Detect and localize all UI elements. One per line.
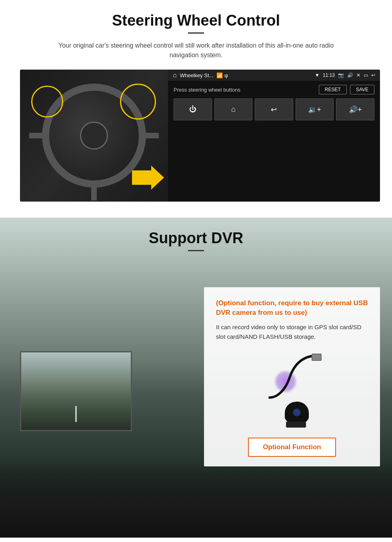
- optional-note-text: (Optional function, require to buy exter…: [216, 298, 368, 318]
- cable-svg: [262, 354, 326, 402]
- yellow-arrow: [132, 166, 164, 190]
- highlight-circle-left: [31, 86, 63, 118]
- signal-icons: 📶 ψ: [216, 72, 228, 78]
- power-icon: ⏻: [189, 105, 196, 114]
- camera-cable: [262, 354, 326, 402]
- optional-function-button[interactable]: Optional Function: [248, 438, 336, 457]
- swc-cell-vol-up[interactable]: 🔊+: [336, 98, 374, 120]
- camera-mount: [286, 422, 306, 428]
- vol-down-icon: 🔉+: [308, 105, 321, 114]
- reset-button[interactable]: RESET: [319, 85, 347, 94]
- dvr-section: Support DVR (Optional function, require …: [0, 218, 392, 538]
- sw-spoke-left: [29, 133, 49, 138]
- camera-body: [285, 402, 309, 424]
- section1-description: Your original car's steering wheel contr…: [46, 41, 346, 60]
- vol-up-icon: 🔊+: [349, 105, 362, 114]
- camera-lens: [293, 408, 301, 416]
- swc-top-row: Press steering wheel buttons RESET SAVE: [174, 85, 374, 94]
- steering-wheel-hub: [80, 122, 108, 150]
- dvr-description: It can record video only to storage in G…: [216, 322, 368, 342]
- swc-action-buttons: RESET SAVE: [319, 85, 374, 94]
- swc-screen-content: Press steering wheel buttons RESET SAVE …: [168, 81, 380, 202]
- road-line: [75, 406, 77, 422]
- close-icon: ✕: [356, 72, 360, 78]
- time-display: 11:13: [323, 72, 335, 78]
- statusbar-right: ▼ 11:13 📷 🔊 ✕ ▭ ↩: [315, 72, 375, 78]
- steering-wheel-photo: [20, 70, 168, 202]
- swc-function-grid: ⏻ ⌂ ↩ 🔉+ 🔊+: [174, 98, 374, 120]
- screen-icon: ▭: [364, 72, 368, 78]
- dvr-thumb-road: [21, 352, 131, 430]
- dvr-camera-thumbnail: [20, 351, 132, 431]
- swc-cell-back[interactable]: ↩: [255, 98, 293, 120]
- dvr-info-card: (Optional function, require to buy exter…: [204, 287, 380, 466]
- usb-plug: [312, 354, 322, 361]
- home-icon: ⌂: [173, 72, 177, 79]
- swc-cell-power[interactable]: ⏻: [174, 98, 212, 120]
- camera-icon: 📷: [338, 72, 344, 78]
- swc-prompt: Press steering wheel buttons: [174, 87, 240, 93]
- android-screen: ⌂ Wheelkey St... 📶 ψ ▼ 11:13 📷 🔊 ✕ ▭ ↩ P…: [168, 70, 380, 202]
- sw-spoke-right: [139, 133, 159, 138]
- steering-wheel-section: Steering Wheel Control Your original car…: [0, 0, 392, 218]
- swc-cell-home[interactable]: ⌂: [214, 98, 253, 120]
- title-divider-1: [188, 32, 204, 34]
- steering-wheel-image: ⌂ Wheelkey St... 📶 ψ ▼ 11:13 📷 🔊 ✕ ▭ ↩ P…: [20, 70, 380, 202]
- dvr-content: Support DVR (Optional function, require …: [0, 218, 392, 535]
- section1-title: Steering Wheel Control: [20, 12, 372, 29]
- app-name: Wheelkey St...: [180, 72, 214, 78]
- sw-spoke-bottom: [91, 180, 97, 200]
- swc-cell-vol-down[interactable]: 🔉+: [296, 98, 334, 120]
- home-btn-icon: ⌂: [231, 105, 236, 114]
- steering-wheel-bg: [20, 70, 168, 202]
- wifi-icon: ▼: [315, 72, 320, 78]
- android-statusbar: ⌂ Wheelkey St... 📶 ψ ▼ 11:13 📷 🔊 ✕ ▭ ↩: [168, 70, 380, 81]
- title-divider-2: [188, 250, 204, 251]
- statusbar-left: ⌂ Wheelkey St... 📶 ψ: [173, 72, 228, 79]
- back-btn-icon: ↩: [271, 105, 277, 114]
- highlight-circle-right: [120, 84, 156, 120]
- save-button[interactable]: SAVE: [350, 85, 374, 94]
- section2-title: Support DVR: [20, 230, 372, 247]
- back-icon: ↩: [371, 72, 375, 78]
- volume-icon: 🔊: [347, 72, 353, 78]
- dvr-product-image: [216, 350, 368, 430]
- dvr-main-area: (Optional function, require to buy exter…: [20, 263, 380, 523]
